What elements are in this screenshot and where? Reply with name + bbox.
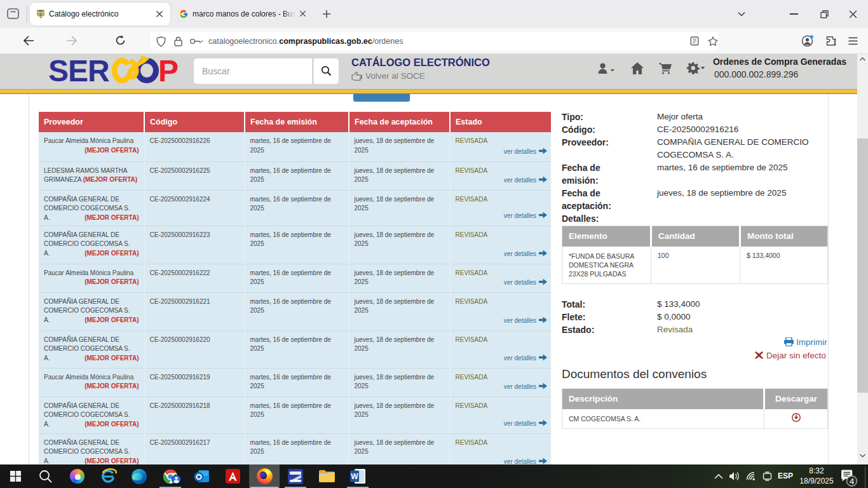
svg-text:P: P bbox=[158, 54, 179, 88]
svg-text:W: W bbox=[351, 472, 358, 481]
svg-text:SER: SER bbox=[48, 54, 109, 88]
svg-text:4: 4 bbox=[850, 477, 854, 486]
